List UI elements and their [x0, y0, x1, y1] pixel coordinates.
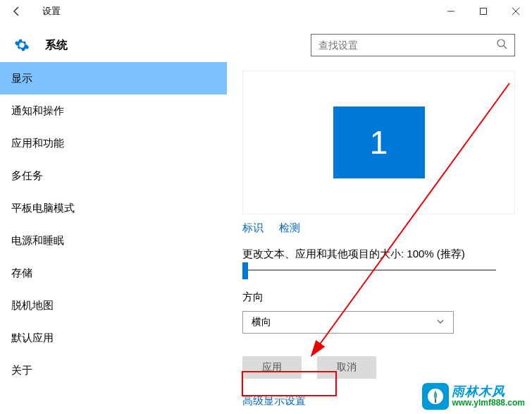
minimize-button[interactable] — [435, 0, 467, 23]
sidebar-item-multitask[interactable]: 多任务 — [0, 159, 227, 192]
gear-icon — [14, 37, 30, 53]
sidebar-item-label: 通知和操作 — [11, 104, 64, 118]
cancel-button[interactable]: 取消 — [317, 356, 376, 379]
monitor-number: 1 — [370, 123, 388, 162]
button-label: 应用 — [262, 361, 282, 374]
watermark-url: www.ylmf888.com — [452, 398, 525, 408]
detect-link[interactable]: 检测 — [279, 221, 300, 233]
maximize-button[interactable] — [467, 0, 500, 23]
sidebar-item-label: 关于 — [11, 364, 32, 377]
sidebar-item-label: 脱机地图 — [11, 299, 54, 312]
slider-thumb[interactable] — [242, 262, 248, 279]
advanced-display-link[interactable]: 高级显示设置 — [242, 394, 306, 408]
watermark: 雨林木风 www.ylmf888.com — [422, 383, 525, 410]
sidebar-item-label: 电源和睡眠 — [11, 234, 64, 248]
monitor-1[interactable]: 1 — [333, 106, 425, 178]
watermark-title: 雨林木风 — [452, 385, 525, 399]
close-button[interactable] — [500, 0, 532, 23]
back-button[interactable] — [6, 0, 28, 23]
monitor-preview[interactable]: 1 — [242, 71, 515, 214]
scale-label: 更改文本、应用和其他项目的大小: 100% (推荐) — [242, 248, 515, 261]
window-title: 设置 — [42, 5, 61, 18]
sidebar-item-about[interactable]: 关于 — [0, 354, 227, 386]
search-icon — [496, 38, 507, 52]
sidebar: 显示 通知和操作 应用和功能 多任务 平板电脑模式 电源和睡眠 存储 脱机地图 … — [0, 62, 227, 414]
apply-button[interactable]: 应用 — [242, 356, 302, 379]
sidebar-item-tablet[interactable]: 平板电脑模式 — [0, 192, 227, 224]
svg-rect-1 — [481, 8, 487, 15]
sidebar-item-notifications[interactable]: 通知和操作 — [0, 95, 227, 127]
sidebar-item-maps[interactable]: 脱机地图 — [0, 289, 227, 322]
sidebar-item-storage[interactable]: 存储 — [0, 257, 227, 289]
identify-link[interactable]: 标识 — [242, 221, 264, 233]
sidebar-item-label: 显示 — [11, 72, 32, 85]
watermark-icon — [422, 383, 449, 410]
sidebar-item-label: 多任务 — [11, 169, 43, 183]
svg-point-2 — [497, 39, 505, 47]
button-label: 取消 — [337, 361, 357, 374]
sidebar-item-label: 平板电脑模式 — [11, 202, 75, 215]
sidebar-item-default-apps[interactable]: 默认应用 — [0, 322, 227, 354]
chevron-down-icon — [436, 317, 445, 328]
sidebar-item-power[interactable]: 电源和睡眠 — [0, 224, 227, 257]
sidebar-item-apps[interactable]: 应用和功能 — [0, 127, 227, 159]
svg-rect-6 — [435, 399, 436, 403]
search-box[interactable] — [311, 34, 515, 56]
sidebar-item-label: 默认应用 — [11, 331, 54, 345]
orientation-label: 方向 — [242, 291, 515, 304]
search-input[interactable] — [318, 39, 496, 51]
sidebar-item-label: 存储 — [11, 267, 32, 280]
sidebar-item-display[interactable]: 显示 — [0, 62, 227, 95]
svg-line-3 — [504, 46, 507, 49]
orientation-dropdown[interactable]: 横向 — [242, 311, 454, 334]
dropdown-value: 横向 — [252, 316, 271, 329]
sidebar-item-label: 应用和功能 — [11, 137, 64, 150]
scale-slider[interactable] — [242, 269, 496, 271]
page-title: 系统 — [45, 38, 68, 53]
